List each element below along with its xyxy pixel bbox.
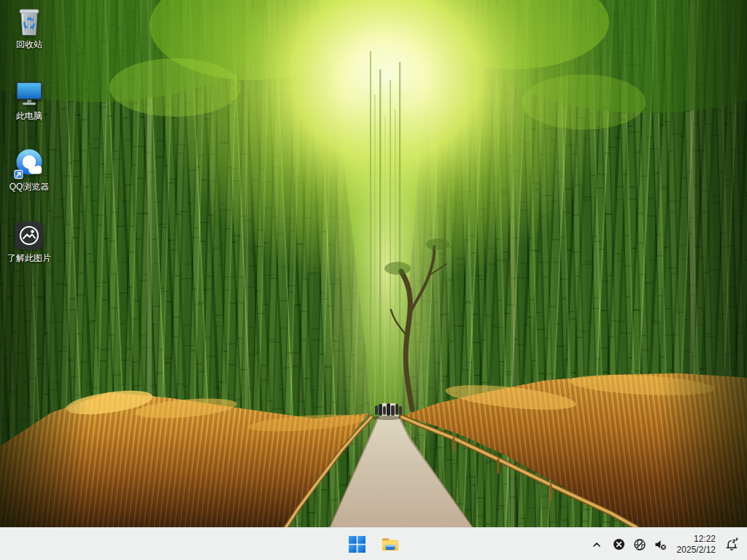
desktop-icon-this-pc[interactable]: 此电脑 [1,77,57,121]
desktop-icon-label: 了解此图片 [1,253,57,263]
volume-muted-icon [654,538,667,551]
chevron-up-icon [591,539,603,551]
desktop-icon-grid: 回收站 此电脑 [1,0,60,527]
desktop[interactable]: 回收站 此电脑 [0,0,747,560]
start-button[interactable] [342,530,371,559]
desktop-icon-qq-browser[interactable]: QQ浏览器 [1,148,57,192]
taskbar: 12:22 2025/2/12 [0,527,747,560]
tray-app-button[interactable] [609,530,630,559]
desktop-icon-recycle-bin[interactable]: 回收站 [1,6,57,50]
clock-time: 12:22 [677,534,716,545]
hidden-icons-chevron-button[interactable] [586,530,608,559]
system-tray: 12:22 2025/2/12 [586,528,743,560]
app-x-circle-icon [613,538,625,551]
learn-about-picture-icon [13,219,45,252]
volume-button[interactable] [650,530,670,559]
clock[interactable]: 12:22 2025/2/12 [670,534,721,556]
desktop-icon-label: 此电脑 [1,111,57,121]
desktop-icon-label: 回收站 [1,39,57,50]
taskbar-center-icons [342,528,405,560]
this-pc-icon [13,77,45,109]
recycle-bin-icon [13,6,45,38]
file-explorer-button[interactable] [376,530,405,559]
wallpaper-bamboo-path [0,0,747,527]
network-no-internet-icon [633,538,646,551]
network-button[interactable] [630,530,650,559]
notification-center-button[interactable] [721,530,743,559]
do-not-disturb-bell-icon [724,537,739,552]
file-explorer-icon [381,535,400,554]
clock-date: 2025/2/12 [677,545,716,556]
start-icon [349,536,365,553]
qq-browser-icon [13,148,45,180]
desktop-icon-learn-about-picture[interactable]: 了解此图片 [1,219,57,263]
desktop-icon-label: QQ浏览器 [1,182,57,192]
